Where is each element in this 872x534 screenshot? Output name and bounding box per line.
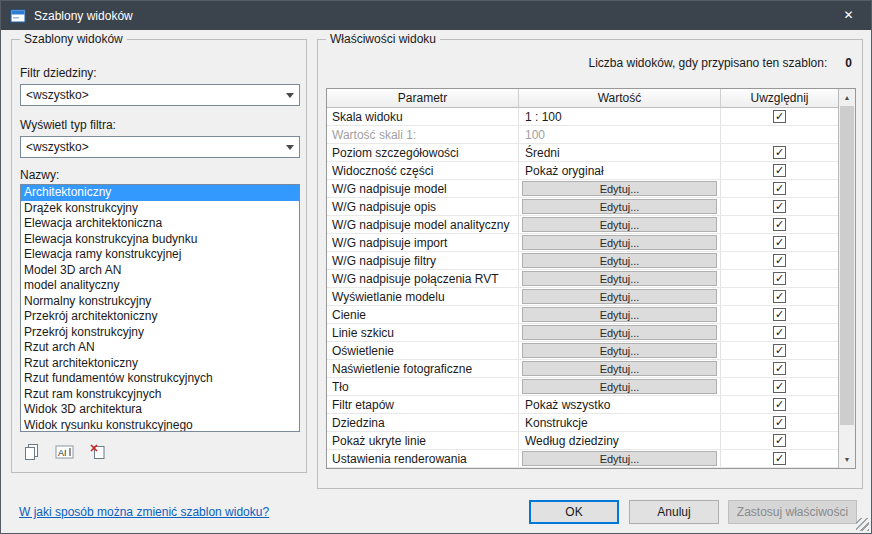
param-cell: Widoczność części (327, 162, 519, 179)
edit-button[interactable]: Edytuj... (522, 199, 717, 214)
list-item[interactable]: Rzut arch AN (21, 340, 299, 356)
table-header-row: ParametrWartośćUwzględnij (327, 89, 838, 108)
scrollbar-track[interactable] (839, 106, 855, 451)
edit-button[interactable]: Edytuj... (522, 325, 717, 340)
value-cell[interactable]: 1 : 100 (519, 108, 721, 125)
scrollbar-up-button[interactable]: ▲ (839, 89, 855, 106)
include-checkbox[interactable]: ✓ (773, 146, 786, 159)
include-checkbox[interactable]: ✓ (773, 200, 786, 213)
include-checkbox[interactable]: ✓ (773, 110, 786, 123)
list-item[interactable]: Model 3D arch AN (21, 263, 299, 279)
param-cell: Wartość skali 1: (327, 126, 519, 143)
table-body: Skala widoku1 : 100✓Wartość skali 1:100P… (327, 108, 838, 468)
list-item[interactable]: Widok 3D architektura (21, 402, 299, 418)
param-cell: W/G nadpisuje połączenia RVT (327, 270, 519, 287)
edit-button[interactable]: Edytuj... (522, 361, 717, 376)
list-item[interactable]: Rzut ram konstrukcyjnych (21, 387, 299, 403)
edit-button[interactable]: Edytuj... (522, 343, 717, 358)
list-item[interactable]: Normalny konstrukcyjny (21, 294, 299, 310)
scrollbar-down-button[interactable]: ▼ (839, 451, 855, 468)
edit-button[interactable]: Edytuj... (522, 271, 717, 286)
domain-filter-select[interactable]: <wszystko> (20, 84, 300, 106)
include-checkbox[interactable]: ✓ (773, 416, 786, 429)
include-checkbox[interactable]: ✓ (773, 434, 786, 447)
value-cell[interactable]: Edytuj... (519, 216, 721, 233)
list-item[interactable]: Przekrój konstrukcyjny (21, 325, 299, 341)
include-checkbox[interactable]: ✓ (773, 290, 786, 303)
duplicate-button[interactable] (22, 442, 42, 461)
column-header: Uwzględnij (721, 89, 838, 108)
value-cell[interactable]: Edytuj... (519, 252, 721, 269)
edit-button[interactable]: Edytuj... (522, 289, 717, 304)
scrollbar-thumb[interactable] (840, 106, 854, 425)
template-tools: AI (22, 442, 108, 461)
edit-button[interactable]: Edytuj... (522, 307, 717, 322)
templates-list[interactable]: ArchitektonicznyDrążek konstrukcyjnyElew… (20, 184, 300, 432)
list-item[interactable]: Rzut fundamentów konstrukcyjnych (21, 371, 299, 387)
views-count-value: 0 (845, 56, 852, 70)
edit-button[interactable]: Edytuj... (522, 379, 717, 394)
list-item[interactable]: Drążek konstrukcyjny (21, 201, 299, 217)
check-cell: ✓ (721, 198, 838, 215)
value-cell[interactable]: Edytuj... (519, 342, 721, 359)
value-cell[interactable]: Pokaż wszystko (519, 396, 721, 413)
value-cell[interactable]: Edytuj... (519, 234, 721, 251)
value-text: Średni (522, 146, 560, 160)
close-button[interactable]: ✕ (826, 1, 871, 30)
cancel-button[interactable]: Anuluj (629, 500, 719, 524)
edit-button[interactable]: Edytuj... (522, 451, 717, 466)
check-cell: ✓ (721, 180, 838, 197)
include-checkbox[interactable]: ✓ (773, 254, 786, 267)
value-cell[interactable]: Edytuj... (519, 306, 721, 323)
include-checkbox[interactable]: ✓ (773, 236, 786, 249)
list-item[interactable]: Elewacja konstrukcyjna budynku (21, 232, 299, 248)
table-row: Widoczność częściPokaż oryginał✓ (327, 162, 838, 180)
ok-button[interactable]: OK (529, 500, 619, 524)
list-item[interactable]: Rzut architektoniczny (21, 356, 299, 372)
chevron-down-icon (280, 137, 299, 157)
list-item[interactable]: Widok rysunku konstrukcyjnego (21, 418, 299, 433)
list-item[interactable]: model analityczny (21, 278, 299, 294)
list-item[interactable]: Elewacja ramy konstrukcyjnej (21, 247, 299, 263)
include-checkbox[interactable]: ✓ (773, 326, 786, 339)
include-checkbox[interactable]: ✓ (773, 218, 786, 231)
list-item[interactable]: Elewacja architektoniczna (21, 216, 299, 232)
help-link[interactable]: W jaki sposób można zmienić szablon wido… (19, 505, 269, 519)
value-cell[interactable]: Edytuj... (519, 450, 721, 467)
value-cell[interactable]: Edytuj... (519, 198, 721, 215)
value-cell[interactable]: Edytuj... (519, 180, 721, 197)
include-checkbox[interactable]: ✓ (773, 452, 786, 465)
list-item[interactable]: Przekrój architektoniczny (21, 309, 299, 325)
value-cell[interactable]: Konstrukcje (519, 414, 721, 431)
include-checkbox[interactable]: ✓ (773, 164, 786, 177)
edit-button[interactable]: Edytuj... (522, 235, 717, 250)
include-checkbox[interactable]: ✓ (773, 362, 786, 375)
include-checkbox[interactable]: ✓ (773, 272, 786, 285)
value-cell[interactable]: Średni (519, 144, 721, 161)
value-cell[interactable]: Edytuj... (519, 324, 721, 341)
rename-button[interactable]: AI (55, 442, 75, 461)
resize-grip[interactable] (856, 518, 869, 531)
include-checkbox[interactable]: ✓ (773, 344, 786, 357)
edit-button[interactable]: Edytuj... (522, 181, 717, 196)
include-checkbox[interactable]: ✓ (773, 398, 786, 411)
include-checkbox[interactable]: ✓ (773, 380, 786, 393)
list-item[interactable]: Architektoniczny (21, 185, 299, 201)
check-cell: ✓ (721, 162, 838, 179)
value-cell[interactable]: Edytuj... (519, 360, 721, 377)
value-text: Konstrukcje (522, 416, 588, 430)
value-cell[interactable]: Pokaż oryginał (519, 162, 721, 179)
column-header: Parametr (327, 89, 519, 108)
value-cell[interactable]: Edytuj... (519, 378, 721, 395)
delete-button[interactable] (88, 442, 108, 461)
value-cell[interactable]: Według dziedziny (519, 432, 721, 449)
filter-type-select[interactable]: <wszystko> (20, 136, 300, 158)
value-cell[interactable]: Edytuj... (519, 270, 721, 287)
include-checkbox[interactable]: ✓ (773, 308, 786, 321)
table-scrollbar[interactable]: ▲ ▼ (838, 89, 855, 468)
value-cell[interactable]: Edytuj... (519, 288, 721, 305)
edit-button[interactable]: Edytuj... (522, 217, 717, 232)
table-row: Wartość skali 1:100 (327, 126, 838, 144)
edit-button[interactable]: Edytuj... (522, 253, 717, 268)
include-checkbox[interactable]: ✓ (773, 182, 786, 195)
